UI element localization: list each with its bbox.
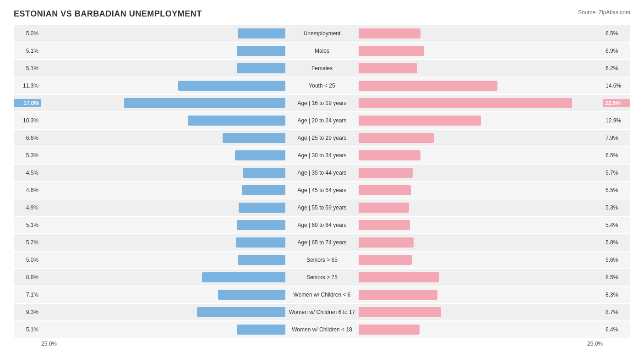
right-value: 8.5% [603, 274, 630, 281]
bars-center: Youth < 25 [41, 77, 603, 94]
left-value: 10.3% [14, 117, 41, 124]
left-bar-wrap [41, 220, 285, 230]
bar-barbadian [359, 133, 434, 143]
bars-center: Age | 30 to 34 years [41, 147, 603, 164]
bar-barbadian [359, 116, 481, 126]
bar-barbadian [359, 81, 497, 91]
chart-title: ESTONIAN VS BARBADIAN UNEMPLOYMENT [14, 9, 202, 19]
right-value: 6.5% [603, 152, 630, 159]
bars-center: Age | 55 to 59 years [41, 199, 603, 216]
right-value: 8.3% [603, 292, 630, 298]
left-value: 8.8% [14, 274, 41, 281]
chart-row: 11.3% Youth < 25 14.6% [14, 77, 630, 94]
left-bar-wrap [41, 185, 285, 195]
chart-container: ESTONIAN VS BARBADIAN UNEMPLOYMENT Sourc… [0, 0, 644, 347]
bar-section: 4.6% Age | 45 to 54 years 5.5% [14, 182, 630, 198]
bar-section: 5.1% Women w/ Children < 18 6.4% [14, 321, 630, 338]
chart-row: 5.1% Males 6.9% [14, 43, 630, 59]
bars-center: Seniors > 75 [41, 269, 603, 286]
right-value: 6.9% [603, 48, 630, 54]
bar-estonian [188, 116, 285, 126]
right-bar-wrap [359, 98, 603, 108]
bar-barbadian [359, 46, 424, 56]
axis-label-left: 25.0% [41, 341, 57, 347]
bar-section: 5.3% Age | 30 to 34 years 6.5% [14, 147, 630, 164]
chart-source: Source: ZipAtlas.com [578, 9, 630, 16]
row-label: Age | 55 to 59 years [285, 204, 359, 211]
row-label: Women w/ Children < 6 [285, 292, 359, 298]
right-bar-wrap [359, 290, 603, 300]
bar-barbadian [359, 220, 410, 230]
bar-estonian [239, 203, 285, 213]
left-bar-wrap [41, 28, 285, 39]
row-label: Seniors > 75 [285, 274, 359, 281]
bar-estonian [124, 98, 285, 108]
bars-center: Age | 35 to 44 years [41, 165, 603, 181]
bar-barbadian [359, 28, 420, 39]
left-value: 17.0% [14, 99, 41, 107]
bars-center: Women w/ Children 6 to 17 [41, 304, 603, 320]
row-label: Seniors > 65 [285, 257, 359, 263]
chart-row: 5.3% Age | 30 to 34 years 6.5% [14, 147, 630, 164]
left-bar-wrap [41, 150, 285, 160]
bar-section: 5.1% Females 6.2% [14, 60, 630, 77]
bars-center: Women w/ Children < 6 [41, 286, 603, 303]
left-value: 11.3% [14, 83, 41, 89]
row-label: Age | 16 to 19 years [285, 100, 359, 106]
left-value: 4.9% [14, 204, 41, 211]
chart-row: 5.1% Age | 60 to 64 years 5.4% [14, 217, 630, 233]
row-label: Age | 25 to 29 years [285, 135, 359, 141]
chart-row: 5.0% Seniors > 65 5.6% [14, 252, 630, 268]
left-value: 5.1% [14, 65, 41, 72]
right-value: 5.8% [603, 239, 630, 246]
chart-row: 5.0% Unemployment 6.5% [14, 25, 630, 42]
bars-center: Seniors > 65 [41, 252, 603, 268]
bar-section: 11.3% Youth < 25 14.6% [14, 77, 630, 94]
bars-center: Age | 25 to 29 years [41, 130, 603, 146]
left-bar-wrap [41, 290, 285, 300]
left-bar-wrap [41, 307, 285, 317]
row-label: Age | 30 to 34 years [285, 152, 359, 159]
right-bar-wrap [359, 133, 603, 143]
bar-section: 5.0% Unemployment 6.5% [14, 25, 630, 42]
row-label: Women w/ Children < 18 [285, 326, 359, 333]
right-bar-wrap [359, 307, 603, 317]
bar-section: 4.5% Age | 35 to 44 years 5.7% [14, 165, 630, 181]
bars-center: Age | 65 to 74 years [41, 234, 603, 251]
left-bar-wrap [41, 116, 285, 126]
bar-barbadian [359, 290, 437, 300]
axis-label-right: 25.0% [587, 341, 603, 347]
right-bar-wrap [359, 325, 603, 335]
chart-row: 4.6% Age | 45 to 54 years 5.5% [14, 182, 630, 198]
bars-center: Age | 16 to 19 years [41, 95, 603, 111]
bar-estonian [223, 133, 285, 143]
left-bar-wrap [41, 272, 285, 282]
left-value: 5.3% [14, 152, 41, 159]
row-label: Age | 20 to 24 years [285, 117, 359, 124]
bars-center: Unemployment [41, 25, 603, 42]
right-bar-wrap [359, 116, 603, 126]
chart-area: 5.0% Unemployment 6.5% 5.1% Males [14, 25, 630, 338]
left-bar-wrap [41, 63, 285, 73]
bars-center: Females [41, 60, 603, 77]
bars-center: Women w/ Children < 18 [41, 321, 603, 338]
right-value: 5.6% [603, 257, 630, 263]
bar-estonian [202, 272, 285, 282]
left-bar-wrap [41, 81, 285, 91]
chart-row: 9.3% Women w/ Children 6 to 17 8.7% [14, 304, 630, 320]
row-label: Males [285, 48, 359, 54]
bar-estonian [238, 255, 285, 265]
left-value: 5.1% [14, 222, 41, 228]
bar-estonian [237, 220, 285, 230]
row-label: Age | 35 to 44 years [285, 170, 359, 176]
bar-section: 5.0% Seniors > 65 5.6% [14, 252, 630, 268]
chart-row: 5.2% Age | 65 to 74 years 5.8% [14, 234, 630, 251]
axis-labels: 25.0% 25.0% [41, 341, 603, 347]
chart-row: 5.1% Women w/ Children < 18 6.4% [14, 321, 630, 338]
bars-center: Age | 45 to 54 years [41, 182, 603, 198]
bar-section: 7.1% Women w/ Children < 6 8.3% [14, 286, 630, 303]
bar-section: 4.9% Age | 55 to 59 years 5.3% [14, 199, 630, 216]
bar-estonian [236, 237, 285, 248]
right-value: 5.4% [603, 222, 630, 228]
right-bar-wrap [359, 203, 603, 213]
